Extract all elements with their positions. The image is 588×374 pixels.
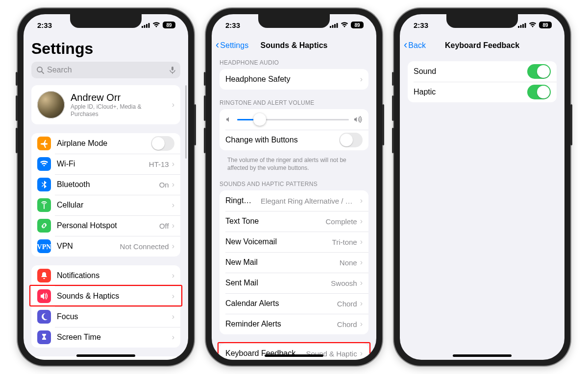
- apple-id-name: Andrew Orr: [71, 92, 169, 103]
- wifi-icon: [152, 22, 160, 28]
- mic-icon: [170, 66, 175, 74]
- battery-icon: 89: [351, 22, 364, 28]
- cell-label: Notifications: [57, 271, 99, 280]
- volume-slider[interactable]: [237, 112, 349, 127]
- feedback-row-sound[interactable]: Sound: [408, 61, 557, 82]
- toggle-switch[interactable]: [527, 64, 551, 79]
- toggle-switch[interactable]: [151, 136, 174, 151]
- svg-rect-2: [146, 24, 147, 28]
- bell-icon: [37, 269, 51, 282]
- cell-label: Text Tone: [225, 217, 259, 226]
- cell-value: Complete: [325, 217, 357, 226]
- speaker-icon: [37, 289, 51, 303]
- svg-rect-3: [148, 23, 150, 28]
- home-indicator[interactable]: [76, 354, 135, 357]
- cell-value: Swoosh: [331, 279, 357, 287]
- apple-id-row[interactable]: Andrew Orr Apple ID, iCloud+, Media & Pu…: [31, 85, 180, 124]
- settings-row-cellular[interactable]: Cellular›: [31, 195, 180, 215]
- keyboard-feedback-row[interactable]: Keyboard Feedback Sound & Haptic ›: [220, 343, 368, 360]
- pattern-row-text-tone[interactable]: Text ToneComplete›: [220, 211, 368, 232]
- settings-row-bluetooth[interactable]: BluetoothOn›: [31, 174, 180, 195]
- headphone-safety-row[interactable]: Headphone Safety ›: [220, 69, 368, 90]
- back-button[interactable]: ‹Settings: [216, 41, 248, 50]
- iphone-frame: 2:33 89 ‹Settings Sounds & Haptics HEADP…: [206, 8, 382, 366]
- chevron-right-icon: ›: [172, 160, 174, 168]
- pattern-row-new-mail[interactable]: New MailNone›: [220, 252, 368, 273]
- settings-row-notifications[interactable]: Notifications›: [31, 265, 180, 286]
- home-indicator[interactable]: [453, 354, 512, 357]
- chevron-right-icon: ›: [360, 299, 363, 308]
- feedback-row-haptic[interactable]: Haptic: [408, 82, 557, 102]
- avatar: [37, 91, 65, 118]
- svg-rect-1: [144, 25, 146, 28]
- page-title: Settings: [24, 36, 188, 61]
- cell-label: Focus: [57, 312, 78, 321]
- pattern-row-sent-mail[interactable]: Sent MailSwoosh›: [220, 273, 368, 293]
- cellular-icon: [330, 23, 338, 28]
- cell-label: Reminder Alerts: [225, 320, 281, 328]
- vpn-icon: VPN: [37, 239, 51, 253]
- cell-label: Ringtone: [225, 196, 255, 205]
- cell-value: Chord: [337, 300, 357, 308]
- back-button[interactable]: ‹Back: [404, 41, 426, 50]
- toggle-switch[interactable]: [339, 133, 363, 147]
- svg-text:VPN: VPN: [37, 243, 51, 251]
- airplane-icon: [37, 137, 51, 150]
- volume-slider-row[interactable]: [220, 109, 368, 130]
- link-icon: [37, 219, 51, 233]
- moon-icon: [37, 310, 51, 324]
- cellular-icon: [142, 23, 150, 28]
- svg-rect-14: [337, 23, 338, 28]
- settings-row-vpn[interactable]: VPNVPNNot Connected›: [31, 236, 180, 257]
- settings-row-wi-fi[interactable]: Wi-FiHT-13›: [31, 154, 180, 174]
- pattern-row-reminder-alerts[interactable]: Reminder AlertsChord›: [220, 314, 368, 334]
- search-icon: [36, 66, 44, 74]
- settings-row-personal-hotspot[interactable]: Personal HotspotOff›: [31, 215, 180, 236]
- cell-label: New Voicemail: [225, 237, 277, 246]
- search-placeholder: Search: [47, 66, 167, 74]
- cell-value: None: [340, 258, 357, 267]
- status-time: 2:33: [414, 21, 428, 29]
- cell-label: Personal Hotspot: [57, 221, 117, 230]
- svg-rect-12: [332, 25, 334, 28]
- cell-label: Sounds & Haptics: [57, 292, 119, 301]
- settings-row-sounds-haptics[interactable]: Sounds & Haptics›: [31, 286, 180, 306]
- settings-row-focus[interactable]: Focus›: [31, 306, 180, 327]
- cell-label: Screen Time: [57, 333, 101, 342]
- section-header: SOUNDS AND HAPTIC PATTERNS: [212, 181, 376, 190]
- iphone-frame: 2:33 89 Settings Search Andrew Orr: [18, 8, 194, 366]
- settings-row-screen-time[interactable]: Screen Time›: [31, 327, 180, 348]
- cell-label: Sound: [414, 67, 436, 76]
- chevron-right-icon: ›: [360, 75, 363, 84]
- chevron-right-icon: ›: [172, 292, 174, 301]
- pattern-row-calendar-alerts[interactable]: Calendar AlertsChord›: [220, 293, 368, 314]
- chevron-right-icon: ›: [172, 271, 174, 280]
- chevron-right-icon: ›: [360, 196, 363, 205]
- chevron-right-icon: ›: [172, 100, 174, 109]
- cell-label: Bluetooth: [57, 180, 90, 189]
- cell-label: VPN: [57, 242, 73, 251]
- toggle-switch[interactable]: [527, 85, 551, 99]
- settings-row-airplane-mode[interactable]: Airplane Mode: [31, 133, 180, 154]
- antenna-icon: [37, 198, 51, 212]
- hourglass-icon: [37, 330, 51, 344]
- status-time: 2:33: [37, 21, 52, 29]
- svg-rect-16: [520, 25, 522, 28]
- cell-value: Tri-tone: [332, 238, 357, 246]
- home-indicator[interactable]: [265, 354, 323, 357]
- apple-id-sub: Apple ID, iCloud+, Media & Purchases: [71, 103, 169, 118]
- svg-rect-15: [518, 26, 519, 28]
- cell-value: Chord: [337, 320, 357, 328]
- pattern-row-new-voicemail[interactable]: New VoicemailTri-tone›: [220, 232, 368, 252]
- back-label: Back: [408, 41, 426, 50]
- settings-row-general[interactable]: General›: [31, 356, 180, 360]
- svg-rect-0: [142, 26, 143, 28]
- svg-rect-18: [525, 23, 526, 28]
- change-with-buttons-row[interactable]: Change with Buttons: [220, 130, 368, 150]
- battery-icon: 89: [539, 22, 552, 28]
- cell-label: Wi-Fi: [57, 160, 75, 168]
- search-input[interactable]: Search: [31, 62, 180, 78]
- status-time: 2:33: [225, 21, 240, 29]
- chevron-right-icon: ›: [172, 333, 174, 342]
- pattern-row-ringtone[interactable]: RingtoneElegant Ring Alternative / Cle…›: [220, 190, 368, 211]
